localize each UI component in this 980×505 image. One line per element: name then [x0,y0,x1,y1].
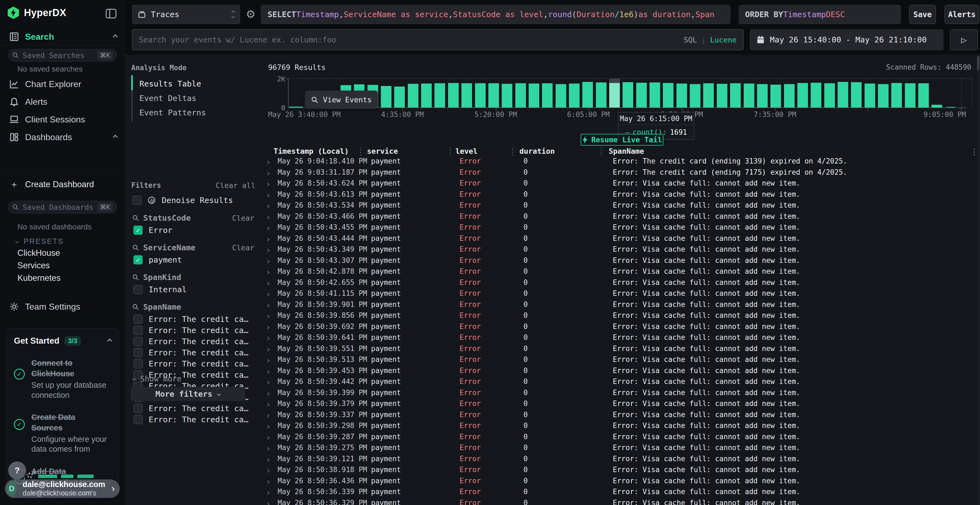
row-expand-chevron-icon[interactable] [266,278,278,286]
table-row[interactable]: May 26 8:50:39.399 PMpaymentError0Error:… [261,387,980,399]
row-expand-chevron-icon[interactable] [266,399,278,408]
table-row[interactable]: May 26 8:50:39.298 PMpaymentError0Error:… [261,420,980,431]
filter-option-row[interactable]: Error: The credit card … [134,358,252,369]
histogram-bar[interactable] [448,83,459,108]
table-row[interactable]: May 26 8:50:36.329 PMpaymentError0Error:… [261,497,980,505]
table-row[interactable]: May 26 8:50:39.287 PMpaymentError0Error:… [261,431,980,442]
row-expand-chevron-icon[interactable] [266,234,278,243]
saved-dashboards-input[interactable] [22,203,93,211]
histogram-bar[interactable] [717,84,727,108]
histogram-bar[interactable] [475,83,486,108]
histogram-bar[interactable] [878,84,889,108]
row-expand-chevron-icon[interactable] [266,179,278,187]
mode-lucene-toggle[interactable]: Lucene [710,36,737,44]
run-query-button[interactable]: ▷ [950,29,978,50]
saved-searches-input[interactable] [22,51,93,60]
source-select[interactable]: Traces [132,5,240,24]
row-expand-chevron-icon[interactable] [266,322,278,330]
histogram-bar[interactable] [932,105,942,108]
event-search-bar[interactable]: SQL | Lucene [132,29,743,50]
histogram-bar[interactable] [394,87,405,108]
column-resize-handle[interactable] [450,148,451,156]
event-search-input[interactable] [139,35,678,44]
row-expand-chevron-icon[interactable] [266,168,278,176]
table-row[interactable]: May 26 8:50:41.115 PMpaymentError0Error:… [261,288,980,299]
column-header-duration[interactable]: duration [519,147,555,156]
histogram-bar[interactable] [434,83,445,108]
chevron-up-icon[interactable] [107,338,112,343]
source-settings-gear-icon[interactable]: ⚙ [244,6,257,22]
row-expand-chevron-icon[interactable] [266,488,278,496]
table-row[interactable]: May 26 8:50:36.436 PMpaymentError0Error:… [261,475,980,486]
show-more-button[interactable]: Show more [133,375,181,383]
row-expand-chevron-icon[interactable] [266,465,278,474]
histogram-bar[interactable] [851,82,862,108]
filter-option-row[interactable]: ✓Error [134,225,172,236]
filter-option-row[interactable]: Internal [134,284,187,295]
analysis-mode-event-deltas[interactable]: Event Deltas [139,93,197,104]
histogram-bar[interactable] [918,83,929,108]
filter-checkbox[interactable] [134,415,143,424]
denoise-checkbox-row[interactable]: Denoise Results [132,195,233,206]
sidebar-item-chart-explorer[interactable]: Chart Explorer [0,77,125,91]
table-row[interactable]: May 26 8:50:43.466 PMpaymentError0Error:… [261,211,980,222]
histogram-bar[interactable] [663,83,673,108]
filter-checkbox[interactable]: ✓ [134,255,143,264]
table-row[interactable]: May 26 8:50:39.379 PMpaymentError0Error:… [261,398,980,409]
table-row[interactable]: May 26 8:50:43.624 PMpaymentError0Error:… [261,178,980,189]
column-resize-handle[interactable] [601,148,602,156]
filter-option-row[interactable]: Error: The credit card … [134,347,252,358]
table-row[interactable]: May 26 8:50:43.455 PMpaymentError0Error:… [261,222,980,233]
filter-checkbox[interactable]: ✓ [134,226,143,235]
column-header-timestamp-local-[interactable]: Timestamp (Local) [274,147,349,156]
histogram-bar[interactable] [582,82,593,108]
histogram-bar[interactable] [461,83,472,108]
histogram-bar[interactable] [609,83,620,108]
row-expand-chevron-icon[interactable] [266,333,278,341]
table-row[interactable]: May 26 8:50:39.901 PMpaymentError0Error:… [261,299,980,310]
analysis-mode-event-patterns[interactable]: Event Patterns [139,107,206,118]
histogram-bar[interactable] [690,84,700,108]
histogram-bar[interactable] [744,84,754,108]
column-resize-handle[interactable] [360,148,361,156]
histogram-bar[interactable] [555,84,566,108]
row-expand-chevron-icon[interactable] [266,289,278,297]
clear-all-button[interactable]: Clear all [216,181,255,190]
filter-option-row[interactable]: ✓payment [134,254,182,265]
resume-live-tail-button[interactable]: Resume Live Tail [581,134,663,146]
filter-checkbox[interactable] [134,348,143,357]
preset-item-kubernetes[interactable]: Kubernetes [18,273,61,283]
histogram-bar[interactable] [381,86,391,108]
column-settings-icon[interactable]: ⋮ [970,147,978,156]
create-dashboard-button[interactable]: + Create Dashboard [0,178,125,191]
histogram-bar[interactable] [488,83,499,108]
histogram-bar[interactable] [703,83,714,108]
column-resize-handle[interactable] [512,148,514,156]
row-expand-chevron-icon[interactable] [266,212,278,221]
row-expand-chevron-icon[interactable] [266,433,278,441]
histogram-bar[interactable] [824,83,835,108]
scrollbar-thumb[interactable] [977,56,980,71]
row-expand-chevron-icon[interactable] [266,201,278,209]
histogram-bar[interactable] [421,84,432,108]
table-row[interactable]: May 26 8:50:39.337 PMpaymentError0Error:… [261,409,980,420]
filter-checkbox[interactable] [134,404,143,413]
more-filters-button[interactable]: More filters [130,387,245,401]
histogram-bar[interactable] [770,85,781,108]
table-row[interactable]: May 26 9:04:18.410 PMpaymentError0Error:… [261,156,980,167]
filter-option-row[interactable]: Error: The credit card … [134,325,252,336]
histogram-bar[interactable] [757,84,768,108]
user-menu[interactable]: D dale@clickhouse.com dale@clickhouse.co… [5,480,120,498]
filter-clear-button[interactable]: Clear [232,214,254,222]
table-row[interactable]: May 26 8:50:43.307 PMpaymentError0Error:… [261,255,980,266]
column-header-level[interactable]: level [455,147,477,156]
histogram-bar[interactable] [408,84,418,108]
row-expand-chevron-icon[interactable] [266,411,278,419]
histogram-bar[interactable] [636,83,647,108]
row-expand-chevron-icon[interactable] [266,499,278,505]
row-expand-chevron-icon[interactable] [266,190,278,199]
row-expand-chevron-icon[interactable] [266,345,278,353]
histogram-bar[interactable] [515,83,526,108]
table-row[interactable]: May 26 8:50:42.655 PMpaymentError0Error:… [261,277,980,288]
sidebar-item-dashboards[interactable]: Dashboards [0,130,125,145]
